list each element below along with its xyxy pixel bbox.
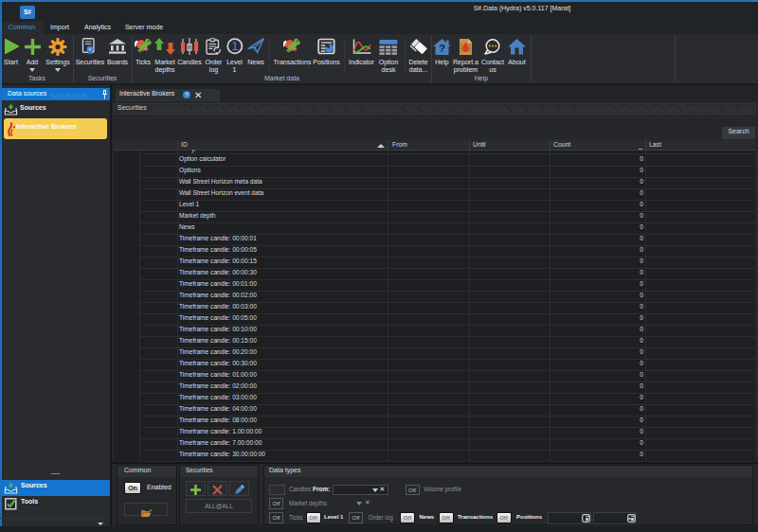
svg-text:?: ? — [439, 43, 445, 54]
svg-text:1: 1 — [231, 40, 238, 53]
